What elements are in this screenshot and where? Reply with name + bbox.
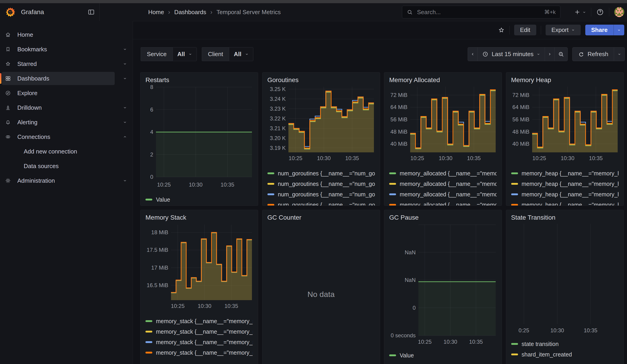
legend-label[interactable]: memory_heap {__name__="memory_h <box>522 181 619 187</box>
help-icon[interactable] <box>596 8 604 16</box>
sidebar-item-explore[interactable]: Explore <box>0 86 133 100</box>
sidebar-item-surface[interactable]: Connections <box>2 130 115 144</box>
service-filter-value[interactable]: All <box>173 47 197 61</box>
legend-label[interactable]: num_goroutines {__name__="num_go <box>278 191 375 198</box>
legend-item[interactable]: memory_stack {__name__="memory_s <box>146 337 253 347</box>
panel-title[interactable]: GC Counter <box>267 214 375 221</box>
legend-label[interactable]: shard_item_created <box>522 351 572 358</box>
share-dropdown-button[interactable] <box>614 25 624 35</box>
chevron-down-icon[interactable] <box>123 62 127 66</box>
legend-label[interactable]: memory_heap {__name__="memory_h <box>522 202 619 206</box>
legend-item[interactable]: memory_allocated {__name__="memo <box>389 189 497 200</box>
legend-item[interactable]: state transition <box>511 339 619 349</box>
search-bar[interactable]: ⌘+k <box>402 6 560 18</box>
chevron-down-icon[interactable] <box>123 179 127 182</box>
legend-item[interactable]: memory_heap {__name__="memory_h <box>511 179 619 189</box>
sidebar-item-bookmarks[interactable]: Bookmarks <box>0 42 133 56</box>
sidebar-item-add-new-connection[interactable]: Add new connection <box>0 144 133 159</box>
sidebar-item-drilldown[interactable]: Drilldown <box>0 100 133 115</box>
sidebar-item-surface[interactable]: Add new connection <box>2 145 115 158</box>
chevron-down-icon[interactable] <box>123 77 127 80</box>
sidebar-item-surface[interactable]: Administration <box>2 174 115 187</box>
legend-item[interactable]: memory_allocated {__name__="memo <box>389 200 497 206</box>
share-button[interactable]: Share <box>585 25 614 35</box>
legend-item[interactable]: num_goroutines {__name__="num_go <box>267 189 375 200</box>
search-input[interactable] <box>417 8 541 16</box>
sidebar-item-administration[interactable]: Administration <box>0 173 133 188</box>
legend-item[interactable]: shard_item_created <box>511 349 619 360</box>
legend-label[interactable]: memory_stack {__name__="memory_s <box>156 318 253 324</box>
sidebar-item-dashboards[interactable]: Dashboards <box>0 71 133 86</box>
legend-item[interactable]: memory_heap {__name__="memory_h <box>511 168 619 179</box>
legend-label[interactable]: memory_allocated {__name__="memo <box>400 181 497 187</box>
legend-label[interactable]: Value <box>156 196 170 203</box>
legend-item[interactable]: memory_stack {__name__="memory_s <box>146 316 253 326</box>
refresh-interval-button[interactable] <box>614 47 625 61</box>
legend-label[interactable]: memory_heap {__name__="memory_h <box>522 170 619 177</box>
legend-item[interactable]: num_goroutines {__name__="num_go <box>267 200 375 206</box>
sidebar-item-surface[interactable]: Alerting <box>2 116 115 129</box>
legend-label[interactable]: memory_allocated {__name__="memo <box>400 191 497 198</box>
panel-title[interactable]: Memory Stack <box>146 214 253 221</box>
breadcrumb-home[interactable]: Home <box>148 9 164 16</box>
sidebar-item-surface[interactable]: Home <box>2 28 115 41</box>
legend-item[interactable]: num_goroutines {__name__="num_go <box>267 168 375 179</box>
time-shift-back-button[interactable] <box>468 47 478 61</box>
breadcrumb-dashboards[interactable]: Dashboards <box>174 9 206 16</box>
sidebar-item-home[interactable]: Home <box>0 27 133 42</box>
sidebar-item-starred[interactable]: Starred <box>0 56 133 71</box>
sidebar-toggle-icon[interactable] <box>88 8 95 16</box>
star-icon[interactable] <box>498 27 505 34</box>
sidebar-item-surface[interactable]: Starred <box>2 57 115 70</box>
sidebar-item-surface[interactable]: Drilldown <box>2 101 115 114</box>
legend-item[interactable]: memory_allocated {__name__="memo <box>389 179 497 189</box>
legend-item[interactable]: memory_heap {__name__="memory_h <box>511 200 619 206</box>
sidebar-item-alerting[interactable]: Alerting <box>0 115 133 130</box>
legend-label[interactable]: memory_stack {__name__="memory_s <box>156 349 253 356</box>
legend-label[interactable]: memory_heap {__name__="memory_h <box>522 191 619 198</box>
legend-label[interactable]: memory_allocated {__name__="memo <box>400 170 497 177</box>
chevron-down-icon[interactable] <box>123 120 127 124</box>
legend-label[interactable]: state transition <box>522 341 559 347</box>
legend-label[interactable]: memory_allocated {__name__="memo <box>400 202 497 206</box>
sidebar-item-surface[interactable]: Bookmarks <box>2 43 115 56</box>
edit-button[interactable]: Edit <box>514 25 536 35</box>
legend-item[interactable]: memory_stack {__name__="memory_s <box>146 326 253 337</box>
grafana-logo[interactable] <box>5 7 15 17</box>
panel-title[interactable]: GC Pause <box>389 214 497 221</box>
zoom-out-button[interactable] <box>555 47 568 61</box>
sidebar-item-surface[interactable]: Dashboards <box>2 72 115 85</box>
legend-item[interactable]: Value <box>146 194 253 205</box>
panel-title[interactable]: Memory Allocated <box>389 76 497 84</box>
legend-item[interactable]: memory_allocated {__name__="memo <box>389 168 497 179</box>
legend-label[interactable]: memory_stack {__name__="memory_s <box>156 328 253 335</box>
legend-item[interactable]: memory_heap {__name__="memory_h <box>511 189 619 200</box>
refresh-button[interactable]: Refresh <box>572 47 614 61</box>
time-range-picker[interactable]: Last 15 minutes <box>477 47 545 61</box>
chevron-up-icon[interactable] <box>123 135 127 139</box>
sidebar-item-data-sources[interactable]: Data sources <box>0 159 133 173</box>
legend-label[interactable]: num_goroutines {__name__="num_go <box>278 170 375 177</box>
sidebar-item-surface[interactable]: Explore <box>2 86 115 100</box>
legend-label[interactable]: num_goroutines {__name__="num_go <box>278 181 375 187</box>
legend-item[interactable]: memory_stack {__name__="memory_s <box>146 347 253 358</box>
client-filter-value[interactable]: All <box>229 47 253 61</box>
legend-label[interactable]: num_goroutines {__name__="num_go <box>278 202 375 206</box>
legend-label[interactable]: memory_stack {__name__="memory_s <box>156 339 253 346</box>
new-menu-button[interactable] <box>574 9 586 15</box>
legend-swatch <box>511 343 518 345</box>
avatar[interactable] <box>614 7 624 17</box>
legend-item[interactable]: num_goroutines {__name__="num_go <box>267 179 375 189</box>
time-shift-forward-button[interactable] <box>545 47 555 61</box>
export-button[interactable]: Export <box>546 25 581 35</box>
sidebar-item-connections[interactable]: Connections <box>0 130 133 144</box>
sidebar-item-surface[interactable]: Data sources <box>2 159 115 173</box>
panel-title[interactable]: Memory Heap <box>511 76 619 84</box>
chevron-down-icon[interactable] <box>123 106 127 109</box>
chevron-down-icon[interactable] <box>123 48 127 51</box>
legend-item[interactable]: Value <box>389 350 497 361</box>
panel-title[interactable]: Restarts <box>146 76 253 84</box>
legend-label[interactable]: Value <box>400 352 414 359</box>
panel-title[interactable]: State Transition <box>511 214 619 221</box>
panel-title[interactable]: Goroutines <box>267 76 375 84</box>
